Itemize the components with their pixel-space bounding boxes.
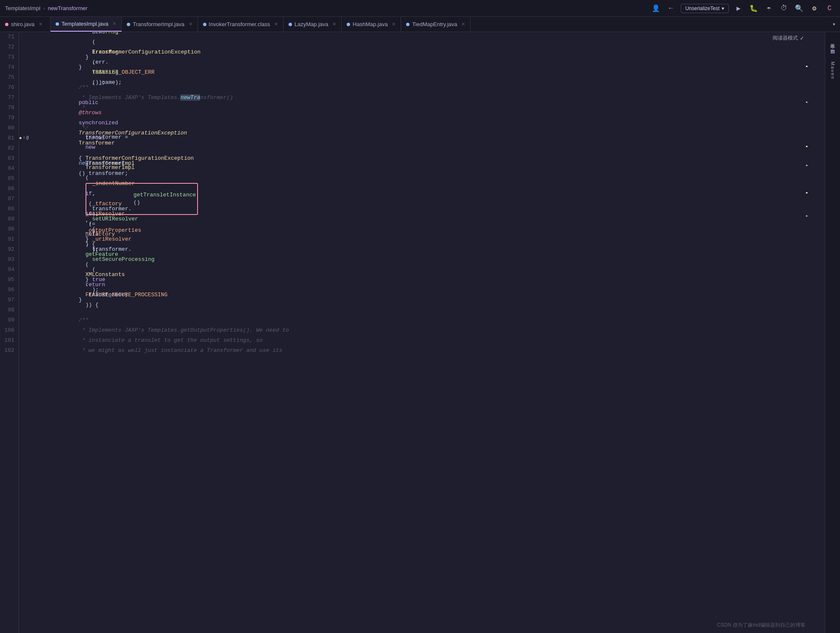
scroll-marker-red-3 xyxy=(806,215,808,217)
code-line-86: transformer = new TransformerImpl ( getT… xyxy=(32,184,825,194)
tab-lazymap[interactable]: LazyMap.java ✕ xyxy=(284,17,342,32)
tab-templatesimpl[interactable]: TemplatesImpl.java ✕ xyxy=(51,17,122,32)
tab-dot-templatesimpl xyxy=(56,22,59,26)
code-line-94: transformer. setSecureProcessing ( true … xyxy=(32,265,825,275)
close-tab-invokertransformer[interactable]: ✕ xyxy=(274,21,278,27)
reader-mode-button[interactable]: 阅读器模式 xyxy=(773,35,798,42)
maven-label: Maven xyxy=(830,62,835,80)
main-layout: 阅读器模式 ✓ 71 72 73 74 75 76 77 78 79 80 81… xyxy=(0,32,840,633)
run-config-button[interactable]: UnserializeTest ▾ xyxy=(681,4,729,13)
code-area: 71 72 73 74 75 76 77 78 79 80 81 82 83 8… xyxy=(0,32,825,633)
tab-hashmap[interactable]: HashMap.java ✕ xyxy=(342,17,401,32)
sidebar-label-efficiency: 效率 xyxy=(829,40,836,41)
vcs-icon[interactable]: 👤 xyxy=(650,3,661,14)
back-icon[interactable]: ← xyxy=(666,3,677,14)
tab-more-button[interactable]: ▾ xyxy=(828,17,840,32)
csdn-icon[interactable]: C xyxy=(824,3,835,14)
code-line-72: throw new TransformerConfigurationExcept… xyxy=(32,42,825,52)
titlebar: TemplatesImpl › newTransformer 👤 ← Unser… xyxy=(0,0,840,17)
debug-button[interactable]: 🐛 xyxy=(748,3,759,14)
tab-dot-invokertransformer xyxy=(203,23,206,26)
close-tab-hashmap[interactable]: ✕ xyxy=(392,21,396,27)
right-sidebar: 效率 m Maven xyxy=(825,32,840,633)
tab-dot-transformerimpl xyxy=(127,23,130,26)
tab-dot-tiedmapentry xyxy=(406,23,409,26)
reader-check-icon: ✓ xyxy=(800,35,804,42)
run-config-label: UnserializeTest xyxy=(685,5,720,11)
titlebar-actions: 👤 ← UnserializeTest ▾ ▶ 🐛 ☂ ⏱ 🔍 ⚙ C xyxy=(650,3,835,14)
tab-dot-hashmap xyxy=(347,23,350,26)
tab-bar: shiro.java ✕ TemplatesImpl.java ✕ Transf… xyxy=(0,17,840,32)
gutter-line-81: ● ↑ @ xyxy=(19,133,27,143)
run-button[interactable]: ▶ xyxy=(733,3,744,14)
dropdown-icon: ▾ xyxy=(722,5,724,11)
line-numbers: 71 72 73 74 75 76 77 78 79 80 81 82 83 8… xyxy=(0,32,19,633)
profile-button[interactable]: ⏱ xyxy=(778,3,789,14)
tab-dot-lazymap xyxy=(289,23,292,26)
code-content: ErrorMsg err = new ErrorMsg ( ErrorMsg .… xyxy=(27,32,825,633)
code-line-79: * @throws TransformerConfigurationExcept… xyxy=(32,113,825,123)
maven-m-label: m xyxy=(831,48,835,56)
tab-shiro[interactable]: shiro.java ✕ xyxy=(0,17,51,32)
close-tab-templatesimpl[interactable]: ✕ xyxy=(112,21,116,27)
close-tab-transformerimpl[interactable]: ✕ xyxy=(189,21,193,27)
code-line-102: * we might as well just instanciate a Tr… xyxy=(32,346,825,356)
close-tab-tiedmapentry[interactable]: ✕ xyxy=(461,21,465,27)
watermark: CSDN @为了嫁md编辑器到自己的博客 xyxy=(717,622,805,629)
search-button[interactable]: 🔍 xyxy=(794,3,805,14)
tab-transformerimpl[interactable]: TransformerImpl.java ✕ xyxy=(122,17,198,32)
gutter: ● ↑ @ xyxy=(19,32,27,633)
tab-invokertransformer[interactable]: InvokerTransformer.class ✕ xyxy=(198,17,284,32)
scroll-marker-red-2 xyxy=(806,165,808,166)
breadcrumb: TemplatesImpl › newTransformer xyxy=(5,5,88,11)
override-marker-icon: ↑ xyxy=(23,133,25,143)
scroll-marker-yellow-3 xyxy=(806,192,808,193)
tab-tiedmapentry[interactable]: TiedMapEntry.java ✕ xyxy=(401,17,471,32)
editor: 阅读器模式 ✓ 71 72 73 74 75 76 77 78 79 80 81… xyxy=(0,32,825,633)
close-tab-lazymap[interactable]: ✕ xyxy=(332,21,336,27)
scroll-marker-yellow-2 xyxy=(806,146,808,147)
method-marker-icon: ● xyxy=(19,133,22,143)
reader-mode-area: 阅读器模式 ✓ xyxy=(773,35,804,42)
settings-icon[interactable]: ⚙ xyxy=(809,3,820,14)
scroll-marker-red-1 xyxy=(806,102,808,103)
at-marker: @ xyxy=(26,133,29,143)
scroll-markers xyxy=(806,32,809,633)
close-tab-shiro[interactable]: ✕ xyxy=(39,21,43,27)
coverage-button[interactable]: ☂ xyxy=(763,3,774,14)
scroll-marker-yellow-1 xyxy=(806,66,808,67)
tab-dot-shiro xyxy=(5,23,8,26)
